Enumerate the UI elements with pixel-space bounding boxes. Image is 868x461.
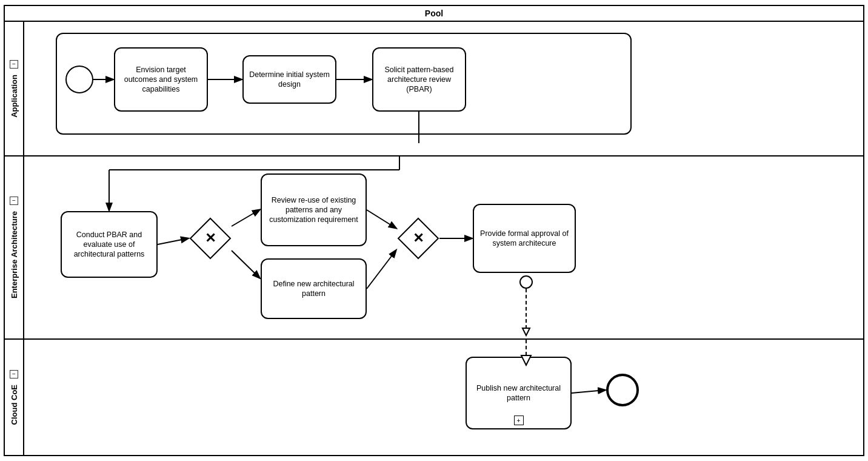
pool-title: Pool xyxy=(425,8,443,18)
lane-enterprise-header: − Enterprise Architecture xyxy=(5,156,24,338)
task-formal-approval[interactable]: Provide formal approval of system archit… xyxy=(473,204,576,273)
lane-collapse-cloudcoe[interactable]: − xyxy=(10,370,18,379)
lane-enterprise-content: Conduct PBAR and evaluate use of archite… xyxy=(24,156,863,338)
svg-line-11 xyxy=(232,251,259,278)
lanes-wrapper: − Application Envision target outcomes a… xyxy=(5,22,863,455)
task-publish[interactable]: Publish new architectural pattern + xyxy=(466,357,572,429)
lane-collapse-application[interactable]: − xyxy=(10,60,18,69)
task-envision[interactable]: Envision target outcomes and system capa… xyxy=(114,47,208,112)
gateway-2: ✕ xyxy=(397,217,439,260)
task-solicit[interactable]: Solicit pattern-based architecture revie… xyxy=(372,47,466,112)
gateway-2-label: ✕ xyxy=(413,231,424,246)
task-marker-plus: + xyxy=(514,416,524,425)
svg-line-19 xyxy=(572,390,605,393)
task-determine[interactable]: Determine initial system design xyxy=(242,55,336,104)
lane-application-label: Application xyxy=(10,75,19,118)
task-define-new[interactable]: Define new architectural pattern xyxy=(261,258,367,319)
start-event-1 xyxy=(65,66,93,93)
svg-line-10 xyxy=(232,210,259,226)
lane-cloudcoe-label: Cloud CoE xyxy=(10,385,19,425)
svg-line-13 xyxy=(367,251,396,289)
lane-collapse-enterprise[interactable]: − xyxy=(10,197,18,205)
lane-cloudcoe-header: − Cloud CoE xyxy=(5,340,24,455)
intermediate-event-send xyxy=(519,275,533,289)
lane-cloudcoe: − Cloud CoE Publish new architectural pa… xyxy=(5,340,863,455)
task-conduct-pbar[interactable]: Conduct PBAR and evaluate use of archite… xyxy=(61,211,158,278)
lane-application-header: − Application xyxy=(5,22,24,155)
svg-line-9 xyxy=(158,238,188,244)
lane-application: − Application Envision target outcomes a… xyxy=(5,22,863,156)
lane-enterprise: − Enterprise Architecture Conduct PBAR a… xyxy=(5,156,863,340)
arrows-lane3 xyxy=(24,340,863,455)
end-event-1 xyxy=(606,374,639,406)
svg-line-12 xyxy=(367,210,396,228)
task-review-reuse[interactable]: Review re-use of existing patterns and a… xyxy=(261,173,367,246)
lane-cloudcoe-content: Publish new architectural pattern + xyxy=(24,340,863,455)
bpmn-pool: Pool − Application Envision targe xyxy=(4,5,864,456)
gateway-1: ✕ xyxy=(189,217,232,260)
pool-header: Pool xyxy=(5,6,863,22)
gateway-1-label: ✕ xyxy=(205,231,216,246)
svg-marker-16 xyxy=(522,328,530,335)
lane-enterprise-label: Enterprise Architecture xyxy=(10,211,19,298)
lane-application-content: Envision target outcomes and system capa… xyxy=(24,22,863,155)
